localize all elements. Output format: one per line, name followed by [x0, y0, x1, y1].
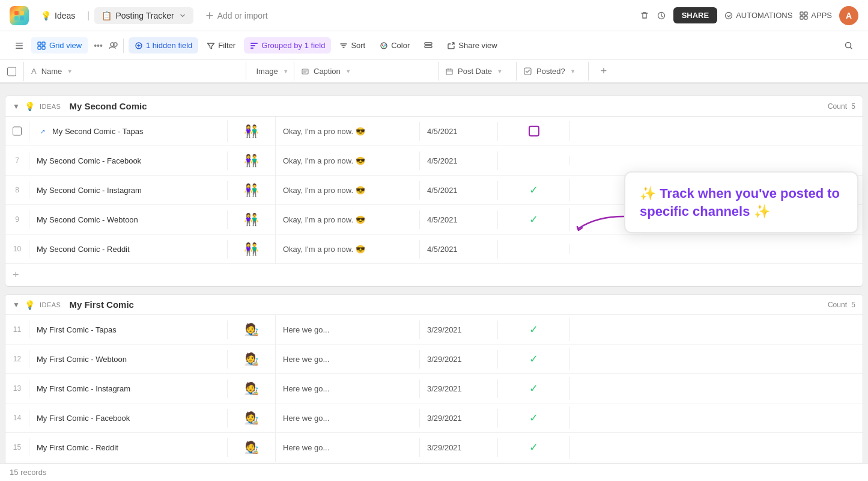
svg-point-5 — [726, 12, 732, 19]
row-posted[interactable]: ✓ — [498, 179, 570, 201]
svg-rect-22 — [250, 47, 253, 49]
row-caption: Here we go... — [276, 320, 420, 339]
posted-check: ✓ — [529, 183, 538, 197]
grid-view-button[interactable]: Grid view — [31, 37, 88, 54]
row-name[interactable]: My First Comic - Reddit — [29, 438, 228, 457]
row-posted[interactable]: ✓ — [498, 348, 570, 370]
row-height-button[interactable] — [418, 38, 439, 54]
toolbar: Grid view ••• 1 hidden field Filter Grou… — [0, 31, 868, 60]
toolbar-divider-1 — [123, 38, 124, 53]
svg-rect-7 — [804, 12, 807, 15]
row-image: 👫 — [228, 205, 276, 234]
header-name[interactable]: A Name ▼ — [24, 62, 246, 81]
header-add-column[interactable]: + — [589, 60, 619, 82]
row-height-icon — [424, 41, 432, 50]
group-header-my-second-comic[interactable]: ▼ 💡 IDEAS My Second Comic Count 5 — [5, 96, 863, 117]
apps-button[interactable]: APPS — [800, 11, 832, 20]
header-caption[interactable]: Caption ▼ — [294, 62, 439, 81]
group-toggle-my-first-comic[interactable]: ▼ — [13, 301, 20, 309]
row-image: 👫 — [228, 117, 276, 146]
table-header: A Name ▼ Image ▼ Caption ▼ Post Date ▼ P… — [0, 60, 868, 84]
header-post-date[interactable]: Post Date ▼ — [439, 62, 517, 81]
share-view-button[interactable]: Share view — [441, 37, 503, 54]
row-posted[interactable] — [498, 121, 570, 141]
share-view-icon — [447, 41, 455, 50]
svg-rect-11 — [16, 45, 23, 46]
row-name[interactable]: My First Comic - Webtoon — [29, 350, 228, 369]
posted-check: ✓ — [529, 441, 538, 454]
row-num: 13 — [5, 379, 29, 397]
row-image: 👫 — [228, 176, 276, 204]
row-posted[interactable]: ✓ — [498, 318, 570, 341]
row-name[interactable]: My Second Comic - Webtoon — [29, 210, 228, 229]
row-image: 👫 — [228, 234, 276, 263]
annotation-arrow-container — [572, 213, 627, 239]
hidden-field-button[interactable]: 1 hidden field — [129, 37, 198, 54]
posted-checkbox-empty[interactable] — [529, 126, 539, 136]
row-caption: Okay, I'm a pro now. 😎 — [276, 240, 420, 259]
row-posted[interactable]: ✓ — [498, 208, 570, 231]
table-row: 14 My First Comic - Facebook 🧑‍🎨 Here we… — [5, 403, 863, 433]
posted-check: ✓ — [529, 382, 538, 395]
row-posted[interactable] — [498, 156, 570, 165]
annotation-text: ✨ Track when you've posted to specific c… — [640, 185, 843, 220]
tab-dropdown-icon — [179, 12, 186, 19]
row-expand-icon[interactable]: ↗ — [37, 125, 49, 137]
svg-rect-15 — [38, 46, 41, 49]
add-import-button[interactable]: Add or import — [198, 7, 275, 24]
user-avatar[interactable]: A — [839, 6, 858, 25]
row-name[interactable]: My First Comic - Facebook — [29, 409, 228, 427]
header-posted[interactable]: Posted? ▼ — [517, 62, 589, 81]
delete-button[interactable] — [640, 11, 649, 20]
row-image: 🧑‍🎨 — [228, 433, 276, 462]
svg-rect-28 — [425, 46, 432, 47]
row-name[interactable]: My First Comic - Tapas — [29, 320, 228, 339]
group-toggle-my-second-comic[interactable]: ▼ — [13, 102, 20, 111]
row-posted[interactable] — [498, 244, 570, 254]
history-button[interactable] — [657, 11, 666, 20]
collaborators-button[interactable] — [109, 41, 118, 51]
select-all-checkbox[interactable] — [7, 67, 16, 76]
tab-ideas[interactable]: 💡 Ideas — [34, 7, 82, 24]
group-emoji-2: 💡 — [25, 300, 35, 310]
row-postdate: 4/5/2021 — [420, 181, 498, 200]
row-posted[interactable]: ✓ — [498, 436, 570, 459]
posted-col-arrow: ▼ — [570, 68, 576, 75]
table-scroll-area[interactable]: ▼ 💡 IDEAS My Second Comic Count 5 ↗ My S… — [0, 84, 868, 463]
row-name[interactable]: My First Comic - Instagram — [29, 379, 228, 398]
row-num: 12 — [5, 350, 29, 368]
posting-tracker-tab-label: Posting Tracker — [115, 11, 174, 20]
search-button[interactable] — [839, 36, 858, 55]
posted-check: ✓ — [529, 213, 538, 226]
svg-rect-14 — [42, 42, 45, 45]
tab-divider: | — [87, 10, 90, 21]
svg-rect-6 — [800, 12, 803, 15]
share-button[interactable]: SHARE — [673, 7, 718, 23]
header-image[interactable]: Image ▼ — [246, 62, 294, 81]
filter-button[interactable]: Filter — [201, 37, 241, 54]
svg-point-25 — [384, 44, 386, 45]
color-button[interactable]: Color — [374, 37, 416, 54]
row-name[interactable]: My Second Comic - Reddit — [29, 240, 228, 259]
row-name[interactable]: ↗ My Second Comic - Tapas — [29, 120, 228, 142]
sidebar-toggle-button[interactable] — [10, 36, 29, 55]
add-row-group1[interactable]: + — [5, 264, 863, 286]
row-checkbox[interactable] — [5, 121, 29, 141]
row-num: 8 — [5, 181, 29, 199]
tab-posting-tracker[interactable]: 📋 Posting Tracker — [94, 7, 193, 24]
grouped-button[interactable]: Grouped by 1 field — [244, 37, 331, 54]
sort-button[interactable]: Sort — [333, 37, 371, 54]
svg-rect-16 — [42, 46, 45, 49]
automations-button[interactable]: AUTOMATIONS — [724, 11, 792, 20]
group-header-my-first-comic[interactable]: ▼ 💡 IDEAS My First Comic Count 5 — [5, 295, 863, 315]
view-more-button[interactable]: ••• — [90, 38, 106, 53]
svg-rect-12 — [16, 47, 23, 49]
header-checkbox[interactable] — [0, 62, 24, 81]
row-name[interactable]: My Second Comic - Instagram — [29, 181, 228, 200]
svg-rect-13 — [38, 42, 41, 45]
row-posted[interactable]: ✓ — [498, 406, 570, 429]
app-logo[interactable] — [10, 6, 29, 25]
group-emoji-1: 💡 — [25, 102, 35, 111]
row-name[interactable]: My Second Comic - Facebook — [29, 152, 228, 170]
row-posted[interactable]: ✓ — [498, 377, 570, 400]
